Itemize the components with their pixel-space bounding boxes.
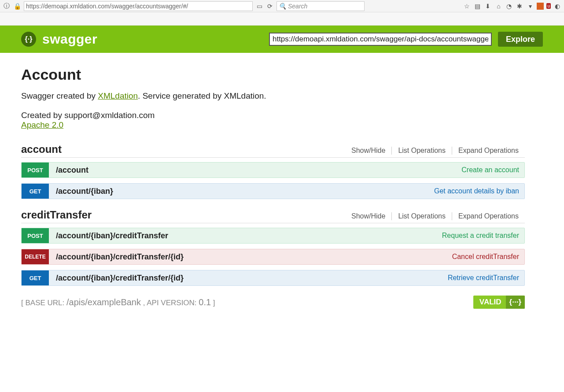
extension-icon[interactable]: ✱ <box>516 3 523 10</box>
show-hide-link[interactable]: Show/Hide <box>345 147 391 155</box>
http-method-badge: GET <box>22 184 49 199</box>
download-icon[interactable]: ⬇ <box>484 3 492 10</box>
ublock-icon[interactable]: u <box>546 3 551 9</box>
operation-path[interactable]: /account <box>49 166 461 175</box>
braces-icon: {···} <box>506 296 525 309</box>
search-placeholder: Search <box>288 3 307 10</box>
resource-name[interactable]: creditTransfer <box>21 209 345 221</box>
operation-path[interactable]: /account/{iban}/creditTransfer/{id} <box>49 274 448 283</box>
http-method-badge: POST <box>22 228 49 243</box>
resource-creditTransfer: creditTransfer Show/Hide List Operations… <box>21 209 525 286</box>
explore-button[interactable]: Explore <box>498 32 543 47</box>
pocket-icon[interactable]: ◔ <box>505 3 513 10</box>
operation-summary[interactable]: Retrieve creditTransfer <box>448 274 519 282</box>
operation-path[interactable]: /account/{iban} <box>49 187 434 196</box>
browser-toolbar: ⓘ 🔒 https://demoapi.xmldation.com/swagge… <box>0 0 564 12</box>
url-text: https://demoapi.xmldation.com/swagger/ac… <box>26 3 188 10</box>
operation-summary[interactable]: Cancel creditTransfer <box>452 253 519 261</box>
list-operations-link[interactable]: List Operations <box>391 212 452 220</box>
calendar-icon[interactable]: ▤ <box>473 3 481 10</box>
browser-search-input[interactable]: 🔍 Search <box>276 1 365 11</box>
info-icon[interactable]: ⓘ <box>3 2 11 10</box>
noscript-icon[interactable]: ◐ <box>553 3 561 10</box>
footer-text: [ BASE URL: /apis/exampleBank , API VERS… <box>21 297 215 307</box>
api-footer: [ BASE URL: /apis/exampleBank , API VERS… <box>21 296 525 309</box>
valid-badge[interactable]: VALID {···} <box>473 296 525 309</box>
resource-header: account Show/Hide List Operations Expand… <box>21 143 525 158</box>
reader-icon[interactable]: ▭ <box>255 3 263 10</box>
resource-header: creditTransfer Show/Hide List Operations… <box>21 209 525 223</box>
url-bar[interactable]: https://demoapi.xmldation.com/swagger/ac… <box>24 1 253 11</box>
search-icon: 🔍 <box>279 3 286 10</box>
http-method-badge: GET <box>22 270 49 285</box>
http-method-badge: DELETE <box>22 249 49 264</box>
operation-row[interactable]: DELETE /account/{iban}/creditTransfer/{i… <box>21 249 525 265</box>
dropdown-icon[interactable]: ▾ <box>526 3 534 10</box>
operation-row[interactable]: POST /account Create an account <box>21 162 525 178</box>
ubuntu-icon[interactable] <box>537 3 544 10</box>
operation-path[interactable]: /account/{iban}/creditTransfer/{id} <box>49 252 452 262</box>
list-operations-link[interactable]: List Operations <box>391 147 452 155</box>
operation-summary[interactable]: Request a credit transfer <box>442 232 519 240</box>
resource-actions: Show/Hide List Operations Expand Operati… <box>345 212 525 220</box>
home-icon[interactable]: ⌂ <box>494 3 502 10</box>
valid-label: VALID <box>479 298 501 307</box>
spec-url-input[interactable] <box>269 33 492 46</box>
api-description: Swagger created by XMLdation. Service ge… <box>21 91 525 101</box>
resource-name[interactable]: account <box>21 143 345 155</box>
lock-icon[interactable]: 🔒 <box>13 3 21 10</box>
operation-row[interactable]: GET /account/{iban}/creditTransfer/{id} … <box>21 270 525 286</box>
operation-summary[interactable]: Create an account <box>461 166 519 174</box>
resource-actions: Show/Hide List Operations Expand Operati… <box>345 147 525 155</box>
http-method-badge: POST <box>22 163 49 178</box>
swagger-brand: swagger <box>42 32 97 47</box>
reload-icon[interactable]: ⟳ <box>266 3 274 10</box>
resource-account: account Show/Hide List Operations Expand… <box>21 143 525 199</box>
api-license-link[interactable]: Apache 2.0 <box>21 120 63 130</box>
browser-bookmarks-bar <box>0 12 564 26</box>
expand-operations-link[interactable]: Expand Operations <box>452 212 525 220</box>
operation-summary[interactable]: Get account details by iban <box>434 187 519 195</box>
swagger-header: {·} swagger Explore <box>0 26 564 53</box>
main-content: Account Swagger created by XMLdation. Se… <box>0 53 546 326</box>
api-contact: Created by support@xmldation.com <box>21 111 525 120</box>
show-hide-link[interactable]: Show/Hide <box>345 212 391 220</box>
operation-row[interactable]: GET /account/{iban} Get account details … <box>21 183 525 199</box>
operation-path[interactable]: /account/{iban}/creditTransfer <box>49 231 442 240</box>
swagger-logo-icon: {·} <box>21 32 36 47</box>
expand-operations-link[interactable]: Expand Operations <box>452 147 525 155</box>
star-icon[interactable]: ☆ <box>463 3 471 10</box>
operation-row[interactable]: POST /account/{iban}/creditTransfer Requ… <box>21 228 525 244</box>
api-title: Account <box>21 66 525 83</box>
xmldation-link[interactable]: XMLdation <box>98 91 138 100</box>
